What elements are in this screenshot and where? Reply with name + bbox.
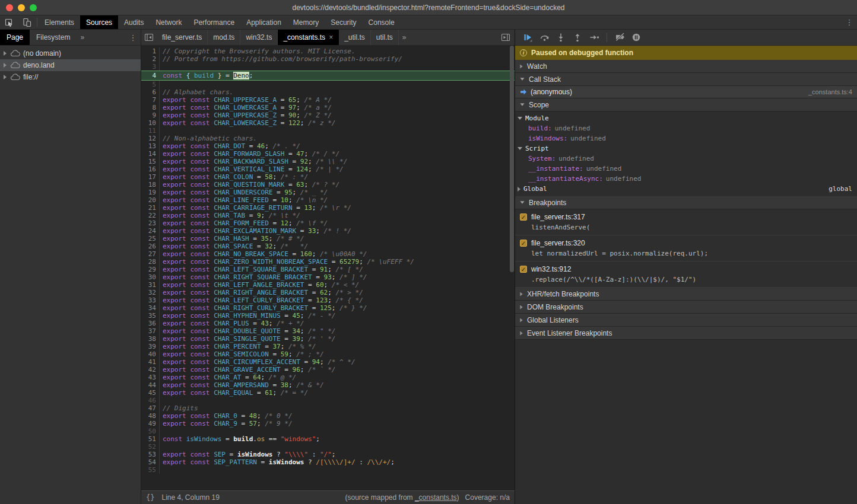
gutter-line-number[interactable]: 5	[141, 81, 160, 88]
section-watch[interactable]: Watch	[515, 60, 857, 73]
file-tab-win32-ts[interactable]: win32.ts	[240, 30, 278, 45]
scope-section-script[interactable]: Script	[515, 143, 857, 154]
code-line[interactable]: 22export const CHAR_TAB = 9; /* \t */	[141, 212, 515, 219]
gutter-line-number[interactable]: 17	[141, 173, 160, 181]
section-global-listeners[interactable]: Global Listeners	[515, 314, 857, 327]
gutter-line-number[interactable]: 3	[141, 63, 160, 71]
step-into-button[interactable]	[553, 30, 569, 45]
gutter-line-number[interactable]: 8	[141, 104, 160, 111]
code-line[interactable]: 35export const CHAR_HYPHEN_MINUS = 45; /…	[141, 312, 515, 320]
code-line[interactable]: 7export const CHAR_UPPERCASE_A = 65; /* …	[141, 96, 515, 104]
section-breakpoints[interactable]: Breakpoints	[515, 196, 857, 209]
code-line[interactable]: 14export const CHAR_FORWARD_SLASH = 47; …	[141, 150, 515, 158]
source-code-editor[interactable]: 1// Copyright the Browserify authors. MI…	[141, 46, 515, 490]
gutter-line-number[interactable]: 35	[141, 312, 160, 320]
gutter-line-number[interactable]: 41	[141, 358, 160, 366]
tab-security[interactable]: Security	[325, 15, 362, 29]
execution-line[interactable]: 4const { build } = Deno;	[141, 71, 515, 81]
gutter-line-number[interactable]: 29	[141, 266, 160, 273]
code-line[interactable]: 18export const CHAR_QUESTION_MARK = 63; …	[141, 181, 515, 189]
tab-sources[interactable]: Sources	[80, 15, 118, 29]
code-line[interactable]: 40export const CHAR_SEMICOLON = 59; /* ;…	[141, 350, 515, 358]
gutter-line-number[interactable]: 34	[141, 304, 160, 312]
code-line[interactable]: 1// Copyright the Browserify authors. MI…	[141, 47, 515, 55]
tree-item-deno-land[interactable]: deno.land	[0, 59, 141, 71]
gutter-line-number[interactable]: 40	[141, 350, 160, 358]
gutter-line-number[interactable]: 31	[141, 281, 160, 289]
code-line[interactable]: 53export const SEP = isWindows ? "\\\\" …	[141, 451, 515, 458]
gutter-line-number[interactable]: 7	[141, 96, 160, 104]
gutter-line-number[interactable]: 6	[141, 88, 160, 96]
gutter-line-number[interactable]: 53	[141, 451, 160, 458]
gutter-line-number[interactable]: 44	[141, 381, 160, 389]
gutter-line-number[interactable]: 24	[141, 227, 160, 235]
code-line[interactable]: 49export const CHAR_9 = 57; /* 9 */	[141, 420, 515, 428]
gutter-line-number[interactable]: 2	[141, 55, 160, 63]
step-button[interactable]	[586, 30, 602, 45]
scope-section-module[interactable]: Module	[515, 113, 857, 123]
gutter-line-number[interactable]: 11	[141, 127, 160, 135]
code-line[interactable]: 51const isWindows = build.os == "windows…	[141, 435, 515, 443]
call-stack-frame[interactable]: (anonymous)_constants.ts:4	[515, 86, 857, 98]
code-line[interactable]: 42export const CHAR_GRAVE_ACCENT = 96; /…	[141, 366, 515, 374]
code-line[interactable]: 28export const CHAR_ZERO_WIDTH_NOBREAK_S…	[141, 258, 515, 266]
navigator-tab-page[interactable]: Page	[0, 30, 30, 45]
tab-console[interactable]: Console	[363, 15, 401, 29]
gutter-line-number[interactable]: 12	[141, 135, 160, 142]
code-line[interactable]: 43export const CHAR_AT = 64; /* @ */	[141, 374, 515, 381]
navigator-tab-filesystem[interactable]: Filesystem	[30, 30, 77, 45]
code-line[interactable]: 27export const CHAR_NO_BREAK_SPACE = 160…	[141, 250, 515, 258]
gutter-line-number[interactable]: 20	[141, 196, 160, 204]
source-map-link[interactable]: _constants.ts	[415, 493, 457, 502]
gutter-line-number[interactable]: 1	[141, 47, 160, 55]
hide-navigator-button[interactable]	[141, 30, 157, 45]
pause-on-exceptions-button[interactable]	[629, 30, 644, 45]
code-line[interactable]: 33export const CHAR_LEFT_CURLY_BRACKET =…	[141, 296, 515, 304]
file-tab-mod-ts[interactable]: mod.ts	[208, 30, 240, 45]
more-navigator-tabs-button[interactable]: »	[77, 30, 88, 45]
device-toolbar-button[interactable]	[18, 15, 36, 29]
editor-scrollbar[interactable]	[510, 46, 514, 272]
gutter-line-number[interactable]: 45	[141, 389, 160, 397]
section-call-stack[interactable]: Call Stack	[515, 73, 857, 86]
code-line[interactable]: 31export const CHAR_LEFT_ANGLE_BRACKET =…	[141, 281, 515, 289]
breakpoint-item[interactable]: ✓file_server.ts:317listenAndServe(	[515, 209, 857, 235]
gutter-line-number[interactable]: 19	[141, 189, 160, 196]
gutter-line-number[interactable]: 51	[141, 435, 160, 443]
tab-network[interactable]: Network	[150, 15, 188, 29]
gutter-line-number[interactable]: 25	[141, 235, 160, 243]
breakpoint-item[interactable]: ✓win32.ts:912.replace(/^\\/*([A-Za-z]:)(…	[515, 261, 857, 288]
close-tab-icon[interactable]: ×	[329, 33, 333, 42]
gutter-line-number[interactable]: 9	[141, 111, 160, 119]
gutter-line-number[interactable]: 23	[141, 219, 160, 227]
code-line[interactable]: 38export const CHAR_SINGLE_QUOTE = 39; /…	[141, 335, 515, 343]
more-file-tabs-button[interactable]: »	[399, 30, 410, 45]
code-line[interactable]: 15export const CHAR_BACKWARD_SLASH = 92;…	[141, 158, 515, 165]
code-line[interactable]: 11	[141, 127, 515, 135]
tab-audits[interactable]: Audits	[118, 15, 150, 29]
gutter-line-number[interactable]: 36	[141, 320, 160, 327]
code-line[interactable]: 12// Non-alphabetic chars.	[141, 135, 515, 142]
gutter-line-number[interactable]: 22	[141, 212, 160, 219]
code-line[interactable]: 29export const CHAR_LEFT_SQUARE_BRACKET …	[141, 266, 515, 273]
gutter-line-number[interactable]: 16	[141, 165, 160, 173]
code-line[interactable]: 2// Ported from https://github.com/brows…	[141, 55, 515, 63]
code-line[interactable]: 17export const CHAR_COLON = 58; /* : */	[141, 173, 515, 181]
file-tab-constants-ts[interactable]: _constants.ts×	[278, 30, 339, 45]
gutter-line-number[interactable]: 48	[141, 412, 160, 420]
section-dom-breakpoints[interactable]: DOM Breakpoints	[515, 301, 857, 314]
deactivate-breakpoints-button[interactable]	[612, 30, 627, 45]
code-line[interactable]: 44export const CHAR_AMPERSAND = 38; /* &…	[141, 381, 515, 389]
gutter-line-number[interactable]: 33	[141, 296, 160, 304]
gutter-line-number[interactable]: 49	[141, 420, 160, 428]
code-line[interactable]: 54export const SEP_PATTERN = isWindows ?…	[141, 458, 515, 466]
gutter-line-number[interactable]: 30	[141, 273, 160, 281]
code-line[interactable]: 24export const CHAR_EXCLAMATION_MARK = 3…	[141, 227, 515, 235]
gutter-line-number[interactable]: 14	[141, 150, 160, 158]
section-xhr-fetch-breakpoints[interactable]: XHR/fetch Breakpoints	[515, 288, 857, 301]
code-line[interactable]: 3	[141, 63, 515, 71]
code-line[interactable]: 26export const CHAR_SPACE = 32; /* */	[141, 243, 515, 250]
gutter-line-number[interactable]: 32	[141, 289, 160, 296]
code-line[interactable]: 16export const CHAR_VERTICAL_LINE = 124;…	[141, 165, 515, 173]
gutter-line-number[interactable]: 26	[141, 243, 160, 250]
